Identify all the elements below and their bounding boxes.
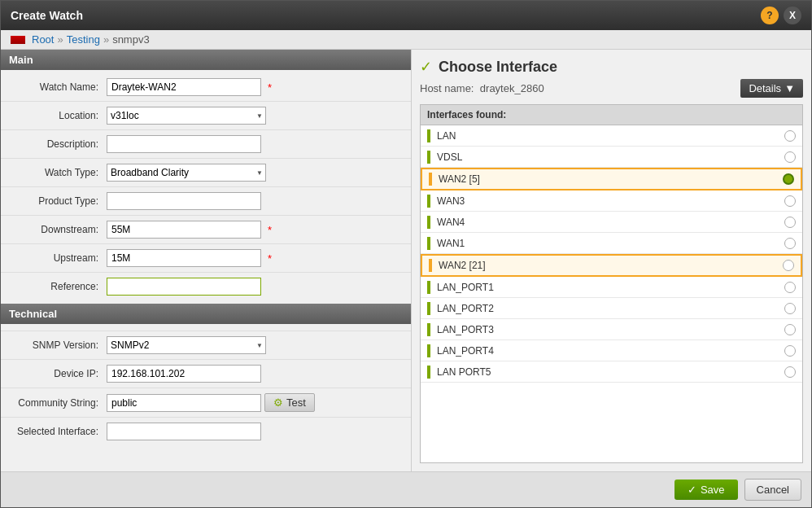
interface-item[interactable]: WAN3 xyxy=(421,190,802,212)
interface-radio[interactable] xyxy=(784,303,796,314)
downstream-field: * xyxy=(107,221,403,239)
interface-item[interactable]: LAN_PORT4 xyxy=(421,340,802,361)
checkmark-icon: ✓ xyxy=(420,58,432,76)
interface-color-bar xyxy=(427,216,430,229)
interface-color-bar xyxy=(427,344,430,357)
interface-radio[interactable] xyxy=(784,238,796,249)
breadcrumb-icon xyxy=(11,36,25,44)
upstream-input[interactable] xyxy=(107,249,261,267)
device-ip-label: Device IP: xyxy=(9,368,107,379)
technical-form-section: SNMP Version: SNMPv2 SNMPv1 SNMPv3 xyxy=(1,324,411,449)
interface-color-bar xyxy=(427,195,430,208)
interface-radio[interactable] xyxy=(784,217,796,228)
snmp-version-select[interactable]: SNMPv2 SNMPv1 SNMPv3 xyxy=(107,336,266,354)
interface-radio[interactable] xyxy=(784,324,796,335)
interface-item[interactable]: LAN PORT5 xyxy=(421,361,802,383)
sep-5 xyxy=(1,215,411,216)
breadcrumb-root[interactable]: Root xyxy=(32,33,54,46)
product-type-label: Product Type: xyxy=(9,195,107,207)
interface-item[interactable]: WAN4 xyxy=(421,212,802,233)
content-area: Main Watch Name: * Location: v31 xyxy=(1,50,811,471)
breadcrumb-testing[interactable]: Testing xyxy=(67,33,100,46)
close-button[interactable]: X xyxy=(784,7,801,24)
sep-2 xyxy=(1,129,411,130)
interface-item[interactable]: WAN2 [21] xyxy=(421,254,802,277)
save-label: Save xyxy=(701,484,725,496)
product-type-field xyxy=(107,192,403,210)
cancel-button[interactable]: Cancel xyxy=(744,479,801,501)
device-ip-input[interactable] xyxy=(107,365,261,383)
sep-3 xyxy=(1,158,411,159)
sep-t3 xyxy=(1,417,411,418)
host-name-text: Host name: draytek_2860 xyxy=(420,82,544,94)
help-button[interactable]: ? xyxy=(761,7,779,24)
interface-color-bar xyxy=(429,259,432,272)
watch-type-select[interactable]: Broadband Clarity xyxy=(107,164,266,182)
watch-name-field: * xyxy=(107,78,403,96)
watch-name-required: * xyxy=(268,81,272,94)
watch-name-label: Watch Name: xyxy=(9,81,107,93)
details-button[interactable]: Details ▼ xyxy=(740,79,803,98)
interface-radio[interactable] xyxy=(784,130,796,142)
interface-radio[interactable] xyxy=(783,173,794,185)
description-label: Description: xyxy=(9,138,107,150)
interface-item[interactable]: WAN2 [5] xyxy=(421,168,802,190)
main-form-section: Watch Name: * Location: v31loc xyxy=(1,70,411,304)
interfaces-found-label: Interfaces found: xyxy=(420,104,803,125)
description-input[interactable] xyxy=(107,135,261,153)
interface-item[interactable]: LAN xyxy=(421,125,802,147)
breadcrumb-snmpv3: snmpv3 xyxy=(112,33,150,46)
downstream-input[interactable] xyxy=(107,221,261,239)
interface-item[interactable]: VDSL xyxy=(421,147,802,168)
interface-item[interactable]: LAN_PORT2 xyxy=(421,298,802,319)
snmp-version-select-wrapper: SNMPv2 SNMPv1 SNMPv3 xyxy=(107,336,266,354)
selected-interface-input[interactable] xyxy=(107,423,261,440)
upstream-label: Upstream: xyxy=(9,252,107,264)
watch-name-input[interactable] xyxy=(107,78,261,96)
watch-type-label: Watch Type: xyxy=(9,167,107,178)
interface-name: WAN3 xyxy=(437,195,784,207)
host-row: Host name: draytek_2860 Details ▼ xyxy=(420,79,803,98)
sep-6 xyxy=(1,243,411,244)
reference-field xyxy=(107,278,403,296)
description-field xyxy=(107,135,403,153)
breadcrumb: Root » Testing » snmpv3 xyxy=(1,30,811,50)
upstream-row: Upstream: * xyxy=(1,246,411,270)
interface-radio[interactable] xyxy=(784,151,796,163)
interface-item[interactable]: LAN_PORT1 xyxy=(421,277,802,298)
host-value: draytek_2860 xyxy=(480,82,544,94)
location-field: v31loc xyxy=(107,107,403,125)
breadcrumb-sep-2: » xyxy=(103,33,109,46)
interface-radio[interactable] xyxy=(784,366,796,378)
save-button[interactable]: ✓ Save xyxy=(674,480,738,500)
host-label: Host name: xyxy=(420,82,474,94)
interface-color-bar xyxy=(429,173,432,186)
reference-input[interactable] xyxy=(107,278,261,296)
interface-radio[interactable] xyxy=(784,345,796,357)
title-bar-buttons: ? X xyxy=(761,7,801,24)
interface-name: WAN2 [21] xyxy=(439,260,783,271)
interface-radio[interactable] xyxy=(784,282,796,293)
reference-label: Reference: xyxy=(9,281,107,292)
interface-item[interactable]: WAN1 xyxy=(421,233,802,254)
watch-type-field: Broadband Clarity xyxy=(107,164,403,182)
bottom-bar: ✓ Save Cancel xyxy=(1,471,811,507)
location-select[interactable]: v31loc xyxy=(107,107,266,125)
interface-item[interactable]: LAN_PORT3 xyxy=(421,319,802,340)
interface-radio[interactable] xyxy=(783,260,794,271)
device-ip-row: Device IP: xyxy=(1,361,411,386)
product-type-input[interactable] xyxy=(107,192,261,210)
community-string-input[interactable] xyxy=(107,394,261,412)
interface-radio[interactable] xyxy=(784,195,796,207)
community-string-row: Community String: ⚙ Test xyxy=(1,390,411,415)
watch-name-row: Watch Name: * xyxy=(1,75,411,99)
test-button[interactable]: ⚙ Test xyxy=(264,393,315,412)
selected-interface-label: Selected Interface: xyxy=(9,426,107,437)
sep-t1 xyxy=(1,359,411,360)
choose-interface-header: ✓ Choose Interface xyxy=(420,58,803,76)
sep-4 xyxy=(1,186,411,187)
interface-color-bar xyxy=(427,129,430,142)
location-row: Location: v31loc xyxy=(1,103,411,128)
watch-type-row: Watch Type: Broadband Clarity xyxy=(1,160,411,185)
interface-color-bar xyxy=(427,151,430,164)
